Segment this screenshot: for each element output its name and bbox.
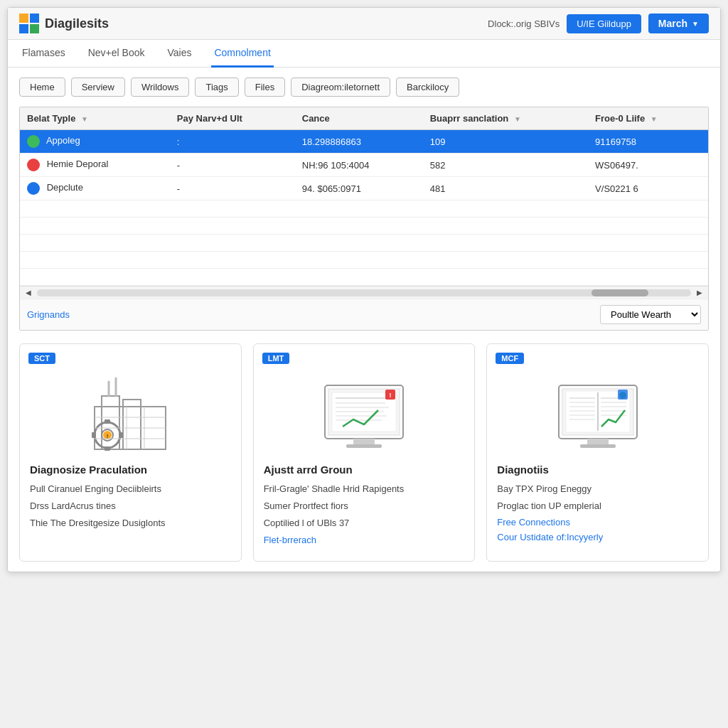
card-item-sct-1: Drss LardAcrus tines xyxy=(30,500,231,513)
svg-rect-38 xyxy=(580,444,616,448)
logo-icon xyxy=(19,14,39,33)
card-body-lmt: Ajustt arrd Groun Fril-Gragle' Shadle Hr… xyxy=(254,464,475,545)
cell-froe-0: 91169758 xyxy=(588,130,708,154)
app-title: Diagilesits xyxy=(45,16,109,31)
filter-heme[interactable]: Heme xyxy=(19,77,65,97)
month-label: March xyxy=(658,18,687,29)
card-link-mcf-1[interactable]: Cour Ustidate of:Incyyerly xyxy=(497,532,698,542)
app-container: Diagilesits Dlock:.orig SBIVs U/IE Giild… xyxy=(7,7,721,572)
logo-area: Diagilesits xyxy=(19,14,109,33)
row-icon-green xyxy=(27,135,40,148)
card-badge-mcf: MCF xyxy=(496,353,524,364)
cards-row: SCT xyxy=(19,343,709,562)
svg-rect-25 xyxy=(346,444,382,448)
card-item-mcf-1: Proglac tion UP emplerial xyxy=(497,500,698,513)
svg-rect-11 xyxy=(105,419,110,424)
card-lmt: LMT xyxy=(253,343,476,562)
filter-diagreom[interactable]: Diagreom:iletornett xyxy=(291,77,390,97)
scroll-left-arrow[interactable]: ◀ xyxy=(23,289,34,296)
svg-rect-2 xyxy=(19,24,28,33)
svg-rect-1 xyxy=(30,14,39,23)
cell-pay-0: : xyxy=(170,130,295,154)
card-item-mcf-0: Bay TPX Pirog Eneggy xyxy=(497,483,698,496)
cell-name-1: Hemie Deporal xyxy=(20,154,170,177)
col-froe[interactable]: Froe-0 Liife ▼ xyxy=(588,107,708,130)
svg-text:!: ! xyxy=(390,392,392,399)
table-row[interactable]: Appoleg : 18.298886863 109 91169758 xyxy=(20,130,708,154)
card-item-lmt-2: Coptilied l of UBls 37 xyxy=(264,517,465,530)
content-area: Heme Serview Wrildows Tiags Files Diagre… xyxy=(8,68,720,572)
table-header-row: Belat Typle ▼ Pay Narv+d Ult Cance Buapr… xyxy=(20,107,708,130)
svg-rect-24 xyxy=(353,439,375,444)
table-row-empty xyxy=(20,269,708,286)
card-body-sct: Diagnosize Praculation Pull Ciranuel Eng… xyxy=(20,464,241,530)
header-right: Dlock:.orig SBIVs U/IE Giildupp March ▼ xyxy=(488,14,709,33)
card-illustration-lmt: ! xyxy=(254,364,475,464)
card-sct: SCT xyxy=(19,343,242,562)
row-icon-red xyxy=(27,159,40,171)
card-title-mcf: Diagnotiis xyxy=(497,464,698,476)
filter-bar: Heme Serview Wrildows Tiags Files Diagre… xyxy=(19,77,709,97)
month-button[interactable]: March ▼ xyxy=(648,14,709,33)
chevron-down-icon: ▼ xyxy=(692,20,699,28)
table-row-empty xyxy=(20,200,708,218)
table-row-empty xyxy=(20,218,708,235)
cell-cance-2: 94. $065:0971 xyxy=(295,177,423,200)
table-footer: Grignands Poultle Wearth xyxy=(20,299,708,330)
cell-name-0: Appoleg xyxy=(20,130,170,154)
filter-barckilocy[interactable]: Barckilocy xyxy=(396,77,459,97)
svg-rect-12 xyxy=(105,446,110,451)
card-mcf: MCF xyxy=(486,343,709,562)
cell-froe-2: V/S0221 6 xyxy=(588,177,708,200)
table-row[interactable]: Depclute - 94. $065:0971 481 V/S0221 6 xyxy=(20,177,708,200)
card-item-sct-0: Pull Ciranuel Enging Deciibleirts xyxy=(30,483,231,496)
col-belat-typle[interactable]: Belat Typle ▼ xyxy=(20,107,170,130)
filter-serview[interactable]: Serview xyxy=(71,77,125,97)
sort-icon-4: ▼ xyxy=(651,115,658,123)
sort-icon-3: ▼ xyxy=(514,115,521,123)
col-buaprr[interactable]: Buaprr sanclation ▼ xyxy=(423,107,588,130)
user-button[interactable]: U/IE Giildupp xyxy=(567,14,641,33)
svg-rect-3 xyxy=(30,24,39,33)
app-header: Diagilesits Dlock:.orig SBIVs U/IE Giild… xyxy=(8,8,720,40)
table-row[interactable]: Hemie Deporal - NH:96 105:4004 582 WS064… xyxy=(20,154,708,177)
card-item-lmt-1: Sumer Prortfect fiors xyxy=(264,500,465,513)
tab-nevbook[interactable]: Nev+el Book xyxy=(85,40,148,68)
table-scroll-bar[interactable]: ◀ ▶ xyxy=(20,286,708,299)
data-table: Belat Typle ▼ Pay Narv+d Ult Cance Buapr… xyxy=(20,107,708,286)
footer-link[interactable]: Grignands xyxy=(27,309,70,320)
header-nav-text: Dlock:.orig SBIVs xyxy=(488,18,560,29)
col-cance[interactable]: Cance xyxy=(295,107,423,130)
tab-flamases[interactable]: Flamases xyxy=(19,40,68,68)
col-pay[interactable]: Pay Narv+d Ult xyxy=(170,107,295,130)
scroll-track[interactable] xyxy=(37,289,691,296)
monitor-doc-illustration: ! xyxy=(307,371,421,456)
cell-froe-1: WS06497. xyxy=(588,154,708,177)
filter-tiags[interactable]: Tiags xyxy=(195,77,238,97)
card-item-sct-2: Thie The Dresitgesize Dusiglonts xyxy=(30,517,231,530)
card-link-mcf-0[interactable]: Free Connections xyxy=(497,517,698,528)
scroll-right-arrow[interactable]: ▶ xyxy=(694,289,705,296)
svg-rect-53 xyxy=(618,390,628,400)
data-table-wrapper: Belat Typle ▼ Pay Narv+d Ult Cance Buapr… xyxy=(19,107,709,331)
cell-buaprr-2: 481 xyxy=(423,177,588,200)
tab-vaies[interactable]: Vaies xyxy=(164,40,194,68)
tab-comnolment[interactable]: Comnolment xyxy=(211,40,273,68)
nav-tabs: Flamases Nev+el Book Vaies Comnolment xyxy=(8,40,720,68)
svg-rect-37 xyxy=(587,439,609,444)
scroll-thumb xyxy=(592,289,648,296)
filter-wrildows[interactable]: Wrildows xyxy=(131,77,190,97)
svg-rect-13 xyxy=(92,432,96,438)
cell-buaprr-0: 109 xyxy=(423,130,588,154)
monitor-book-illustration xyxy=(541,371,655,456)
filter-files[interactable]: Files xyxy=(245,77,285,97)
cell-pay-2: - xyxy=(170,177,295,200)
footer-select[interactable]: Poultle Wearth xyxy=(600,305,701,324)
card-item-lmt-0: Fril-Gragle' Shadle Hrid Rapigents xyxy=(264,483,465,496)
card-badge-lmt: LMT xyxy=(262,353,290,364)
cell-cance-1: NH:96 105:4004 xyxy=(295,154,423,177)
card-link-lmt-0[interactable]: Flet-brrerach xyxy=(264,535,465,545)
cell-buaprr-1: 582 xyxy=(423,154,588,177)
card-badge-sct: SCT xyxy=(28,353,55,364)
cell-pay-1: - xyxy=(170,154,295,177)
